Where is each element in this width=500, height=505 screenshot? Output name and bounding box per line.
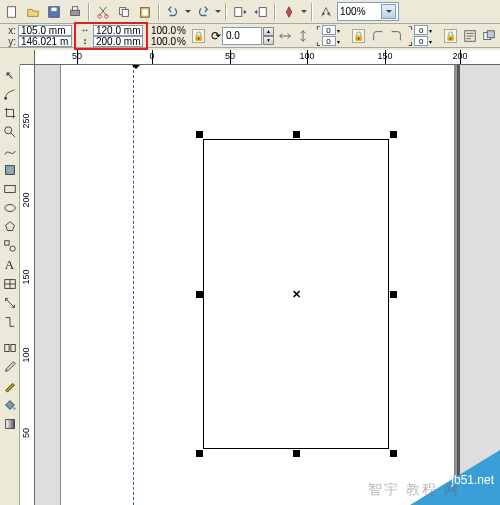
rotation-input[interactable] [222,27,262,45]
handle-ne[interactable] [390,131,397,138]
nudge-input-1[interactable] [322,25,336,35]
redo-dropdown[interactable] [214,2,222,22]
pct-sign: % [177,36,186,47]
nudge-input-3[interactable] [414,25,428,35]
table-tool[interactable] [1,275,19,293]
corner-tr-button[interactable] [387,26,405,46]
shape-edit-tool[interactable] [1,85,19,103]
launcher-dropdown[interactable] [300,2,308,22]
zoom-tool[interactable] [1,123,19,141]
size-block: ↔ ↕ [74,22,148,50]
round-bl-icon: ⌞ [316,36,321,47]
handle-nw[interactable] [196,131,203,138]
scale-y: 100.0 [150,36,176,47]
width-input[interactable] [93,25,143,36]
round-lock-button[interactable]: 🔒 [352,29,365,43]
print-button[interactable] [65,2,85,22]
rotation-spinner[interactable]: ▲▼ [263,27,274,45]
crop-tool[interactable] [1,104,19,122]
connector-tool[interactable] [1,313,19,331]
interactive-fill-tool[interactable] [1,415,19,433]
y-input[interactable] [18,36,72,47]
width-icon: ↔ [79,25,91,35]
freehand-tool[interactable] [1,142,19,160]
app-launcher-button[interactable] [279,2,299,22]
mirror-h-button[interactable] [276,26,294,46]
eyedropper-tool[interactable] [1,358,19,376]
handle-e[interactable] [390,291,397,298]
to-front-button[interactable] [480,26,498,46]
text-tool[interactable]: A [1,256,19,274]
svg-rect-26 [4,345,8,352]
rectangle-tool[interactable] [1,180,19,198]
svg-rect-3 [71,10,80,15]
zoom-dropdown-button[interactable] [381,4,396,19]
scale-block: 100.0 % 100.0 % [148,25,188,47]
save-button[interactable] [44,2,64,22]
x-label: x: [4,25,16,36]
nudge-block-a: ⌜▾ ⌞▾ [316,25,345,47]
corner-tl-button[interactable] [369,26,387,46]
ruler-corner[interactable] [20,50,35,65]
outline-tool[interactable] [1,377,19,395]
svg-rect-20 [5,166,14,175]
undo-button[interactable] [163,2,183,22]
svg-point-24 [10,246,15,251]
wrap-text-button[interactable] [461,26,479,46]
svg-point-14 [327,12,330,15]
height-input[interactable] [93,36,143,47]
height-icon: ↕ [79,36,91,46]
nudge-input-2[interactable] [322,36,336,46]
smart-fill-tool[interactable] [1,161,19,179]
pct-sign: % [177,25,186,36]
property-bar: x: y: ↔ ↕ 100.0 % 100.0 % 🔒 ⟳ ▲▼ [0,24,500,48]
basic-shapes-tool[interactable] [1,237,19,255]
ruler-horizontal[interactable]: 50050100150200 [20,50,500,65]
svg-point-18 [4,97,7,100]
pick-tool[interactable]: ↖ [1,66,19,84]
mirror-v-button[interactable] [294,26,312,46]
copy-button[interactable] [114,2,134,22]
redo-button[interactable] [193,2,213,22]
export-button[interactable] [251,2,271,22]
ellipse-tool[interactable] [1,199,19,217]
svg-point-28 [13,407,16,410]
zoom-select[interactable]: 100% [337,2,399,21]
svg-point-19 [4,127,11,134]
separator [274,3,276,21]
separator [311,3,313,21]
cut-button[interactable] [93,2,113,22]
round-tr-icon: ⌝ [408,25,413,36]
main-toolbar: 100% [0,0,500,24]
x-input[interactable] [18,25,72,36]
handle-sw[interactable] [196,450,203,457]
new-button[interactable] [2,2,22,22]
position-block: x: y: [2,25,74,47]
svg-rect-17 [487,30,494,37]
undo-dropdown[interactable] [184,2,192,22]
lock-ratio-button[interactable]: 🔒 [192,29,205,43]
fill-tool[interactable] [1,396,19,414]
guide-vertical[interactable] [133,65,134,505]
svg-rect-8 [122,9,128,16]
round-lock-button-2[interactable]: 🔒 [444,29,457,43]
nudge-block-b: ⌝▾ ⌟▾ [408,25,437,47]
polygon-tool[interactable] [1,218,19,236]
ruler-vertical[interactable]: 25020015010050 [20,65,35,505]
handle-w[interactable] [196,291,203,298]
paste-button[interactable] [135,2,155,22]
rotation-icon: ⟳ [211,29,221,43]
handle-s[interactable] [293,450,300,457]
zoom-value: 100% [340,6,366,17]
dimension-tool[interactable] [1,294,19,312]
canvas-area[interactable]: ✕ [35,65,500,505]
open-button[interactable] [23,2,43,22]
handle-se[interactable] [390,450,397,457]
weld-button[interactable] [316,2,336,22]
scale-x: 100.0 [150,25,176,36]
separator [88,3,90,21]
nudge-input-4[interactable] [414,36,428,46]
handle-n[interactable] [293,131,300,138]
blend-tool[interactable] [1,339,19,357]
import-button[interactable] [230,2,250,22]
